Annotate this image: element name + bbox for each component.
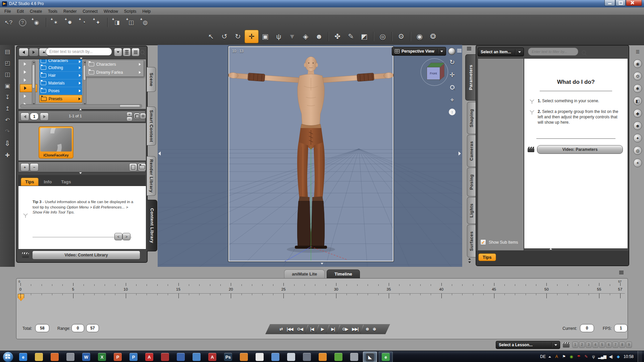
playhead[interactable] <box>18 294 24 301</box>
node-selection-help-icon[interactable]: ↖? <box>1 17 15 28</box>
view-selector-dropdown[interactable]: Perspective View <box>392 47 446 56</box>
flag-notification-tray-icon[interactable]: ⚑ <box>561 354 567 359</box>
aimp-taskbar-icon[interactable]: A <box>205 352 219 362</box>
internet-explorer-taskbar-icon[interactable]: e <box>16 352 30 362</box>
puppeteer-pane-icon[interactable]: ☻ <box>633 121 642 130</box>
joint-editor-tool-icon[interactable]: ψ <box>272 30 285 43</box>
translate-tool-icon[interactable]: ✛ <box>245 30 259 43</box>
menu-item-help[interactable]: Help <box>140 8 154 14</box>
subfolder-characters[interactable]: Characters <box>86 60 144 68</box>
daz-studio-taskbar-icon[interactable]: ◣ <box>363 352 377 362</box>
tab-scroll-down-icon[interactable] <box>468 261 471 263</box>
geometry-selection-tool-icon[interactable]: ▼ <box>285 30 299 43</box>
tree-horizontal-scrollbar[interactable] <box>20 104 142 108</box>
add-keyframe-button[interactable]: ⊕ <box>371 327 378 331</box>
category-presets[interactable]: Presets <box>39 95 82 103</box>
video-parameters-button[interactable]: Video: Parameters <box>537 145 623 154</box>
tab-tips[interactable]: Tips <box>21 178 39 186</box>
grid-view-icon[interactable] <box>134 113 140 119</box>
splitter-handle-icon[interactable] <box>79 109 82 110</box>
search-magnifier-icon[interactable] <box>140 50 145 56</box>
view-cube-front-face[interactable]: Front <box>427 67 440 80</box>
folder-action-icon[interactable] <box>138 163 146 171</box>
category-characters[interactable]: Characters <box>39 59 82 64</box>
universal-selection-tool-icon[interactable]: ↖ <box>204 30 218 43</box>
orbit-camera-icon[interactable]: ↻ <box>449 58 455 66</box>
view-cube-gizmo[interactable]: Front <box>421 58 448 86</box>
property-group-list[interactable] <box>478 58 524 251</box>
app-navy-taskbar-icon[interactable] <box>174 352 188 362</box>
next-tip-button[interactable]: > <box>122 233 130 240</box>
publisher-taskbar-icon[interactable]: P <box>126 352 141 362</box>
photoshop-taskbar-icon[interactable]: Ps <box>221 352 235 362</box>
create-linear-light-icon[interactable]: ✦+ <box>91 17 105 28</box>
category-materials[interactable]: Materials <box>39 79 82 87</box>
create-distant-light-icon[interactable]: ✶+ <box>49 17 63 28</box>
render-settings-pane-icon[interactable]: ⚙ <box>633 72 642 80</box>
simulation-pane-icon[interactable]: ✱ <box>633 84 642 93</box>
video-content-library-button[interactable]: Video: Content Library <box>32 251 140 259</box>
app-amber-taskbar-icon[interactable] <box>316 352 330 362</box>
minimize-button[interactable] <box>604 0 615 6</box>
maximize-button[interactable] <box>615 0 626 6</box>
dropbox-tray-icon[interactable]: ◆ <box>615 354 621 359</box>
lesson-5-button[interactable]: 5 <box>599 342 605 348</box>
save-scene-icon[interactable]: ▣ <box>5 82 10 89</box>
pan-camera-icon[interactable]: ✛ <box>449 71 455 79</box>
timeline-ruler[interactable]: 051015202530354045505557 <box>16 287 628 308</box>
lesson-1-button[interactable]: 1 <box>572 342 578 348</box>
drawstyle-sphere-icon[interactable] <box>448 48 455 55</box>
menu-item-connect[interactable]: Connect <box>79 8 101 14</box>
nav-forward-button[interactable] <box>29 48 39 56</box>
current-frame-field[interactable] <box>580 324 594 332</box>
previous-frame-button[interactable]: |◀ <box>308 327 316 331</box>
prev-page-button[interactable] <box>20 113 29 121</box>
volume-tray-icon[interactable]: ◀) <box>608 354 613 359</box>
file-action-icon[interactable] <box>129 163 137 171</box>
windows-explorer-taskbar-icon[interactable] <box>32 352 46 362</box>
play-button[interactable]: ▶ <box>319 327 326 331</box>
keymate-tool-icon[interactable]: ◩ <box>358 30 371 43</box>
scene-pane-icon[interactable]: ◉ <box>633 59 642 68</box>
render-button-icon[interactable]: ◎ <box>376 30 389 43</box>
whats-this-help-icon[interactable]: ? <box>15 17 30 28</box>
powerpoint-taskbar-icon[interactable]: P <box>111 352 125 362</box>
viewport[interactable]: 10 : 13 Perspective View ↻ ✛ ⌖ ↑ Front <box>158 45 462 267</box>
pane-options-icon[interactable]: ☰ <box>634 48 642 56</box>
import-file-icon[interactable]: ↧ <box>5 94 10 101</box>
menu-item-edit[interactable]: Edit <box>14 8 27 14</box>
tree-scrollbar[interactable] <box>32 61 36 106</box>
nvidia-tray-icon[interactable]: ◉ <box>569 354 574 359</box>
show-desktop-button[interactable] <box>638 351 642 362</box>
dock-arrow-down-icon[interactable] <box>321 263 323 264</box>
search-options-dropdown[interactable] <box>114 48 122 56</box>
character-model[interactable] <box>228 46 393 261</box>
app-doc-taskbar-icon[interactable] <box>268 352 282 362</box>
create-speaker-icon[interactable]: ◨+ <box>110 17 124 28</box>
close-button[interactable] <box>626 0 642 6</box>
render-settings-icon[interactable]: ❂ <box>426 30 440 43</box>
app-gray-taskbar-icon[interactable] <box>63 352 77 362</box>
go-to-start-button[interactable]: |◀◀ <box>285 327 295 331</box>
tab-shaping[interactable]: Shaping <box>467 102 476 134</box>
shaping-pane-icon[interactable]: ◍ <box>633 146 642 155</box>
delete-keyframe-button[interactable]: ⊗ <box>364 327 371 331</box>
excel-taskbar-icon[interactable]: X <box>95 352 109 362</box>
dock-arrow-left-icon[interactable] <box>158 152 161 156</box>
rotate-tool-icon[interactable]: ↻ <box>231 30 245 43</box>
lesson-2-button[interactable]: 2 <box>579 342 585 348</box>
checkbox-checked-icon[interactable]: ✓ <box>480 239 486 245</box>
range-end-field[interactable] <box>86 324 99 332</box>
tab-posing[interactable]: Posing <box>467 168 476 196</box>
filter-input[interactable] <box>528 48 578 56</box>
zoom-out-items-button[interactable]: − <box>126 117 132 121</box>
brush-tool-icon[interactable]: ✎ <box>344 30 358 43</box>
zoom-camera-icon[interactable] <box>450 84 454 91</box>
page-number[interactable]: 1 <box>30 113 39 120</box>
tool-settings-icon[interactable]: ⚙ <box>394 30 408 43</box>
total-frames-field[interactable] <box>35 324 49 332</box>
list-view-icon[interactable] <box>140 113 146 119</box>
new-scene-icon[interactable]: ▤ <box>5 48 10 55</box>
splitter-handle-icon[interactable] <box>549 248 552 250</box>
add-item-button[interactable]: + <box>20 163 29 171</box>
